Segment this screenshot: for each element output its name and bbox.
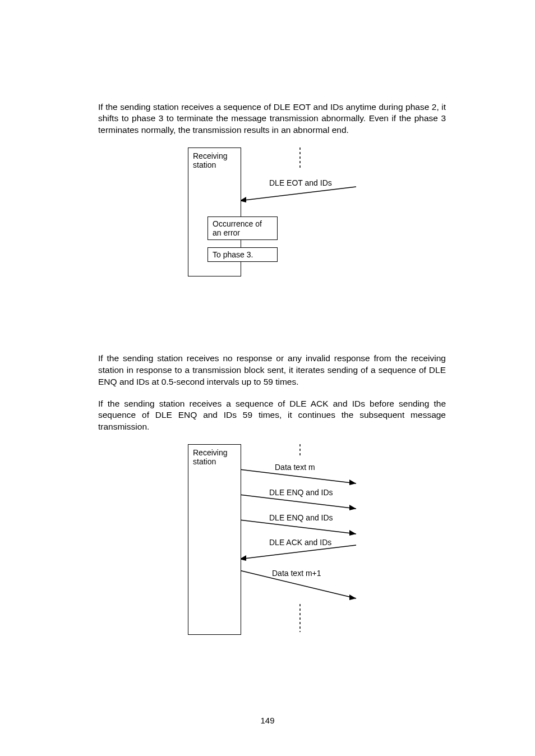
svg-marker-9 (349, 505, 356, 510)
occurrence-label: Occurrence of an error (213, 219, 262, 237)
msg-data-m: Data text m (275, 463, 315, 472)
msg-dle-eot: DLE EOT and IDs (269, 178, 332, 187)
diagram-1: Sending station Receiving station DLE EO… (188, 147, 412, 282)
msg-enq-1: DLE ENQ and IDs (269, 488, 333, 497)
receiving-label: Receiving station (193, 151, 227, 169)
svg-line-1 (239, 187, 356, 201)
svg-line-12 (239, 545, 356, 559)
diagram-2: Sending station 0.5 second 0.5 second Re… (188, 444, 412, 646)
svg-marker-11 (349, 530, 356, 536)
receiving-label-2: Receiving station (193, 448, 227, 466)
msg-enq-2: DLE ENQ and IDs (269, 513, 333, 522)
msg-data-m1: Data text m+1 (272, 569, 321, 578)
paragraph-2: If the sending station receives no respo… (98, 353, 446, 388)
msg-ack: DLE ACK and IDs (269, 538, 331, 547)
svg-marker-15 (349, 594, 356, 600)
paragraph-3: If the sending station receives a sequen… (98, 398, 446, 434)
phase3-box: To phase 3. (207, 247, 278, 262)
receiving-station-box-2: Receiving station (188, 444, 241, 635)
paragraph-1: If the sending station receives a sequen… (98, 102, 446, 137)
svg-marker-7 (349, 480, 356, 485)
phase3-label: To phase 3. (213, 250, 253, 259)
page-number: 149 (0, 716, 535, 725)
occurrence-box: Occurrence of an error (207, 216, 278, 240)
